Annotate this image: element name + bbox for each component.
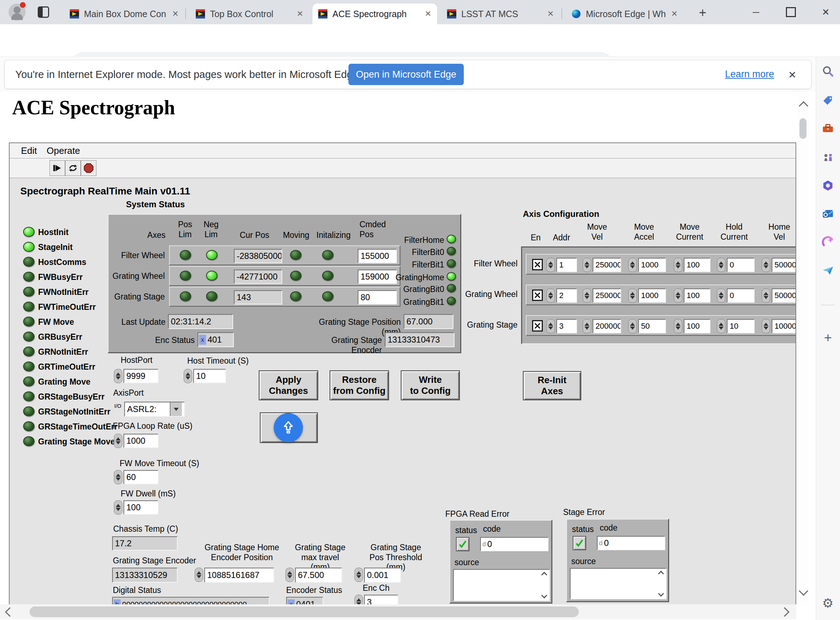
addr-spinner[interactable] [546,289,555,303]
addr-field[interactable]: 1 [556,258,577,272]
home-vel-field[interactable]: 50000 [772,289,796,303]
tab-layout-icon[interactable] [38,6,49,18]
move-vel-spinner[interactable] [583,258,591,272]
home-vel-spinner[interactable] [762,258,770,272]
home-vel-spinner[interactable] [762,319,770,333]
open-in-edge-button[interactable]: Open in Microsoft Edge [348,64,464,85]
tab-ace-spectrograph[interactable]: ACE Spectrograph ✕ [312,3,437,24]
apply-changes-button[interactable]: Apply Changes [259,370,318,400]
home-vel-spinner[interactable] [762,289,770,303]
fpga-loop-spinner[interactable] [114,434,123,448]
move-current-field[interactable]: 100 [684,258,711,272]
gs-max-travel-field[interactable]: 67.500 [295,568,342,582]
radix-hex-chip[interactable]: x [199,335,206,345]
hold-current-field[interactable]: 0 [727,258,754,272]
axisport-combo[interactable]: ASRL2: [124,402,185,417]
gs-max-travel-spinner[interactable] [285,568,294,582]
abort-button[interactable] [81,160,96,176]
fw-move-timeout-field[interactable]: 60 [123,470,158,484]
enc-ch-field[interactable]: 3 [364,595,398,605]
sidebar-games-icon[interactable] [821,150,835,164]
move-accel-spinner[interactable] [628,319,637,333]
scroll-down-icon[interactable] [800,588,807,596]
error-code-field[interactable]: d0 [597,536,665,550]
sidebar-outlook-icon[interactable] [821,207,835,221]
move-current-field[interactable]: 100 [684,289,711,303]
sidebar-search-icon[interactable] [821,64,835,78]
sidebar-settings-gear-icon[interactable]: ⚙ [821,596,835,610]
move-vel-field[interactable]: 200000 [592,319,621,333]
move-vel-spinner[interactable] [583,319,591,333]
host-timeout-field[interactable]: 10 [193,369,226,383]
scroll-down-icon[interactable] [541,592,548,599]
run-button[interactable] [50,160,65,176]
gs-threshold-spinner[interactable] [354,568,363,582]
tab-close-icon[interactable]: ✕ [425,9,431,18]
horizontal-scrollbar[interactable] [0,604,796,619]
axis-enable-checkbox[interactable] [532,259,543,270]
reinit-axes-button[interactable]: Re-Init Axes [523,371,581,400]
move-current-spinner[interactable] [674,258,682,272]
fw-dwell-field[interactable]: 100 [123,500,158,515]
move-current-field[interactable]: 100 [684,319,711,333]
menu-edit[interactable]: Edit [21,145,37,157]
error-source-textarea[interactable] [453,569,550,601]
addr-spinner[interactable] [546,258,555,272]
move-accel-field[interactable]: 1000 [638,289,666,303]
addr-field[interactable]: 3 [556,319,577,333]
maximize-button[interactable] [782,3,800,21]
write-to-config-button[interactable]: Write to Config [401,370,460,400]
radix-dec-chip[interactable]: d [599,540,603,547]
horizontal-scrollbar-thumb[interactable] [30,606,579,617]
error-code-field[interactable]: d0 [480,537,549,551]
move-vel-field[interactable]: 250000 [592,289,621,303]
scroll-up-icon[interactable] [657,570,664,577]
axis-enable-checkbox[interactable] [532,320,543,331]
host-timeout-spinner[interactable] [184,369,192,383]
hostport-field[interactable]: 9999 [123,369,158,383]
move-current-spinner[interactable] [674,289,682,303]
gs-home-field[interactable]: 10885161687 [204,568,274,582]
move-accel-field[interactable]: 50 [638,319,666,333]
status-ok-checkmark[interactable] [456,537,470,551]
move-accel-spinner[interactable] [628,258,637,272]
move-vel-field[interactable]: 250000 [592,258,621,272]
hold-current-field[interactable]: 0 [727,289,754,303]
tab-lsst-at-mcs[interactable]: LSST AT MCS ✕ [441,3,560,24]
tab-close-icon[interactable]: ✕ [671,9,678,18]
move-accel-field[interactable]: 1000 [638,258,666,272]
home-vel-field[interactable]: 50000 [772,258,796,272]
tab-close-icon[interactable]: ✕ [172,9,178,18]
scroll-up-icon[interactable] [541,571,548,578]
sidebar-tools-icon[interactable] [821,122,835,136]
tab-top-box-control[interactable]: Top Box Control ✕ [190,3,309,24]
dropdown-arrow-icon[interactable] [170,402,182,416]
addr-spinner[interactable] [546,319,555,333]
axis-enable-checkbox[interactable] [532,289,543,301]
menu-operate[interactable]: Operate [46,145,80,157]
close-button[interactable]: ✕ [816,3,835,21]
profile-avatar[interactable] [9,3,26,21]
sidebar-designer-icon[interactable] [821,235,835,249]
move-accel-spinner[interactable] [628,289,637,303]
enc-ch-spinner[interactable] [354,595,363,605]
vertical-scrollbar-thumb[interactable] [800,118,807,139]
scroll-left-icon[interactable] [6,609,13,617]
hold-current-spinner[interactable] [717,258,725,272]
hold-current-spinner[interactable] [717,319,725,333]
vertical-scrollbar[interactable] [797,93,808,603]
minimize-button[interactable]: ─ [747,3,765,21]
scroll-right-icon[interactable] [781,609,788,617]
radix-dec-chip[interactable]: d [482,540,486,548]
gs-home-spinner[interactable] [195,568,203,582]
sidebar-drop-icon[interactable] [821,263,835,278]
hold-current-spinner[interactable] [717,289,725,303]
gs-threshold-field[interactable]: 0.001 [364,568,401,582]
banner-close-icon[interactable]: ✕ [784,66,801,83]
fpga-loop-field[interactable]: 1000 [123,434,158,448]
restore-from-config-button[interactable]: Restore from Config [330,370,389,400]
scroll-down-icon[interactable] [657,590,664,597]
learn-more-link[interactable]: Learn more [725,69,774,80]
tab-close-icon[interactable]: ✕ [297,9,303,18]
sidebar-m365-icon[interactable] [821,178,835,193]
